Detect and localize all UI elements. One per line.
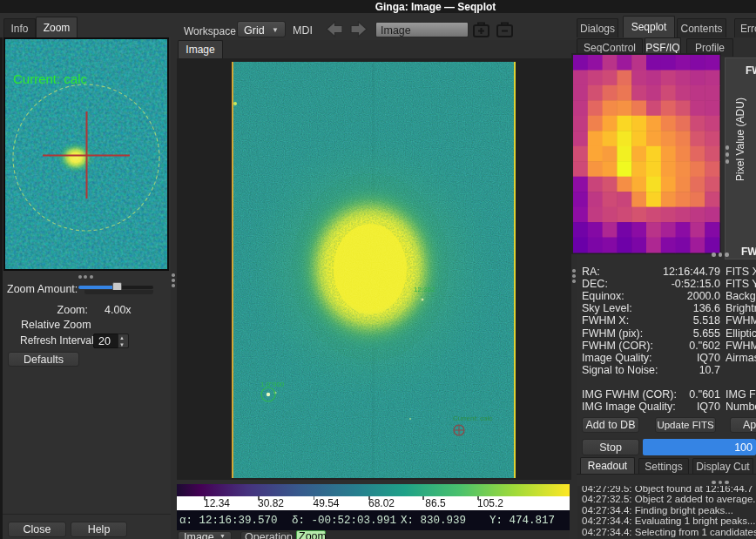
svg-text:12.362: 12.362 [414, 286, 435, 293]
svg-text:Current: calc: Current: calc [453, 414, 492, 422]
svg-text:Current: calc: Current: calc [13, 71, 88, 86]
svg-text:1.0"900: 1.0"900 [260, 381, 285, 388]
